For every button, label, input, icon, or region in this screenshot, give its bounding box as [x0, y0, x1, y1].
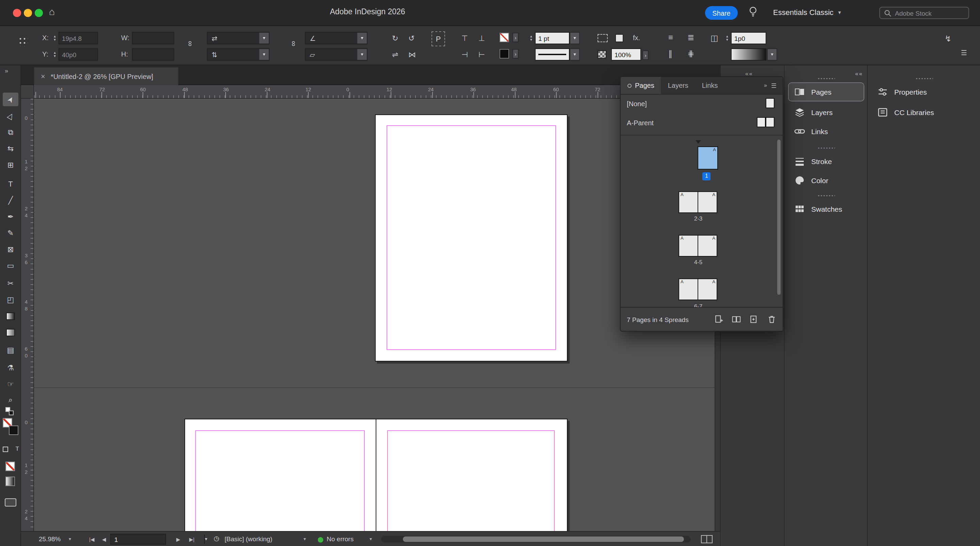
adobe-stock-search[interactable]	[879, 7, 969, 19]
stroke-color-black[interactable]	[9, 425, 18, 435]
content-collector-tool[interactable]: ⊞	[3, 158, 18, 172]
default-fill-stroke-icon[interactable]	[5, 407, 14, 415]
page-thumbnail-2[interactable]: A	[679, 191, 698, 213]
stroke-weight-stepper[interactable]: ▲▼	[528, 32, 534, 44]
page-3[interactable]	[375, 419, 568, 531]
document-tab[interactable]: × *Untitled-2 @ 26% [GPU Preview]	[34, 67, 178, 85]
page-thumbnails-area[interactable]: A 1 A A 2-3 A A 4-5 A A 6-7	[620, 135, 783, 307]
spread-label[interactable]: 4-5	[694, 259, 703, 266]
text-columns-icon[interactable]: ∥	[668, 49, 672, 59]
horizontal-scrollbar-thumb[interactable]	[403, 536, 684, 542]
fill-swatch-none[interactable]	[500, 33, 509, 42]
page-thumbnail-7[interactable]: A	[698, 279, 717, 300]
preflight-status[interactable]: No errors	[327, 535, 353, 543]
color-theme-tool[interactable]: ⚗	[3, 361, 18, 374]
spread-view-icon[interactable]	[701, 535, 713, 543]
dock-button-color[interactable]: Color	[789, 172, 864, 189]
x-stepper[interactable]: ▲▼	[52, 32, 58, 44]
errors-dropdown-icon[interactable]: ▾	[369, 536, 372, 542]
type-tool[interactable]: T	[3, 177, 18, 191]
home-icon[interactable]: ⌂	[49, 6, 55, 17]
pasteboard[interactable]	[34, 99, 720, 531]
stroke-weight-dropdown[interactable]: ▾	[570, 32, 580, 44]
pages-panel-scrollbar[interactable]	[777, 140, 781, 295]
x-input[interactable]	[59, 32, 98, 44]
note-tool[interactable]: ▤	[3, 343, 18, 357]
distribute-top-icon[interactable]: ⊤	[461, 34, 468, 43]
zoom-window-button[interactable]	[35, 9, 43, 17]
edit-page-size-icon[interactable]	[714, 315, 724, 324]
page-thumbnail-3[interactable]: A	[698, 191, 717, 213]
new-page-icon[interactable]	[749, 315, 759, 324]
master-a-thumbnail-left[interactable]	[757, 117, 765, 127]
panel-expand-icon[interactable]: »	[760, 83, 771, 89]
spread-label[interactable]: 6-7	[694, 303, 703, 307]
page-thumbnail-4[interactable]: A	[679, 235, 698, 257]
gradient-preview[interactable]	[731, 48, 766, 60]
stock-search-input[interactable]	[895, 9, 956, 17]
gradient-dropdown[interactable]: ▾	[767, 48, 777, 60]
y-stepper[interactable]: ▲▼	[52, 48, 58, 60]
last-page-button[interactable]: ▶|	[189, 536, 194, 543]
reference-point-proxy[interactable]	[18, 36, 28, 46]
page-thumbnail-1[interactable]: A	[698, 146, 718, 170]
master-a-parent[interactable]: A-Parent	[627, 119, 654, 127]
page-number-field[interactable]: ▾	[110, 534, 166, 544]
tab-layers[interactable]: Layers	[661, 77, 695, 94]
dock-button-properties[interactable]: Properties	[872, 83, 975, 101]
hand-tool[interactable]: ☞	[3, 377, 18, 391]
formatting-container-icon[interactable]	[3, 447, 8, 452]
lightbulb-icon[interactable]	[749, 6, 757, 21]
rotation-angle-combo[interactable]: ∠▾	[305, 32, 368, 44]
delete-page-icon[interactable]	[767, 315, 776, 324]
distribute-left-icon[interactable]: ⊣	[461, 50, 468, 59]
preflight-clock-icon[interactable]: ◷	[214, 535, 220, 542]
close-tab-icon[interactable]: ×	[41, 72, 45, 80]
gap-tool[interactable]: ⇆	[3, 142, 18, 155]
stroke-expander[interactable]: ›	[512, 49, 519, 59]
first-page-button[interactable]: |◀	[89, 536, 94, 543]
distribute-right-icon[interactable]: ⊢	[479, 50, 485, 59]
dock-group-grip[interactable]	[817, 78, 835, 80]
page-2[interactable]	[185, 419, 376, 531]
gradient-feather-tool[interactable]	[3, 325, 18, 339]
formatting-text-icon[interactable]: T	[16, 445, 19, 452]
dock-button-cc-libraries[interactable]: CC Libraries	[872, 103, 975, 121]
page-thumbnail-5[interactable]: A	[698, 235, 717, 257]
zoom-dropdown-icon[interactable]: ▾	[69, 536, 71, 542]
flip-horizontal-button[interactable]: ⇌	[392, 50, 398, 59]
page-dropdown-icon[interactable]: ▾	[204, 535, 207, 544]
zoom-tool[interactable]: ⌕	[3, 393, 18, 406]
toolbar-expand-icon[interactable]: »	[5, 67, 8, 74]
dock-button-pages[interactable]: Pages	[789, 83, 864, 101]
selection-tool[interactable]: ➤	[3, 92, 18, 106]
apply-none-button[interactable]	[5, 462, 15, 471]
previous-page-button[interactable]: ◀	[102, 536, 106, 543]
scale-x-combo[interactable]: ⇄▾	[207, 32, 269, 44]
preflight-dropdown-icon[interactable]: ▾	[304, 536, 306, 542]
select-container-icon[interactable]: P	[431, 31, 445, 46]
horizontal-scrollbar[interactable]	[381, 536, 691, 543]
gutter-input[interactable]	[731, 32, 766, 44]
tab-pages[interactable]: Pages	[620, 77, 661, 94]
flip-vertical-button[interactable]: ⋈	[408, 50, 416, 59]
horizontal-ruler[interactable]: 84 72 60 48 36 24 12 0 12 24 36 48 60 72	[34, 85, 720, 99]
columns-icon[interactable]: ◫	[711, 33, 718, 43]
rotate-cw-icon[interactable]: ↻	[392, 34, 398, 43]
scale-y-combo[interactable]: ⇅▾	[207, 48, 269, 60]
apply-gradient-button[interactable]	[5, 476, 15, 486]
stroke-weight-input[interactable]	[535, 32, 570, 44]
free-transform-tool[interactable]: ◰	[3, 293, 18, 306]
dock-button-layers[interactable]: Layers	[789, 103, 864, 121]
dock-button-stroke[interactable]: Stroke	[789, 153, 864, 170]
master-none-thumbnail[interactable]	[765, 98, 775, 108]
dock-button-swatches[interactable]: Swatches	[789, 200, 864, 218]
view-pages-icon[interactable]	[732, 315, 741, 324]
gradient-swatch-tool[interactable]	[3, 309, 18, 323]
screen-mode-button[interactable]	[5, 498, 16, 506]
quick-apply-icon[interactable]: ↯	[945, 34, 951, 44]
collapse-panels-icon[interactable]: ««	[855, 70, 863, 77]
constrain-scale-link-icon[interactable]: ∞	[290, 41, 298, 46]
stroke-style-dropdown[interactable]: ▾	[570, 48, 580, 60]
y-input[interactable]	[59, 48, 98, 60]
